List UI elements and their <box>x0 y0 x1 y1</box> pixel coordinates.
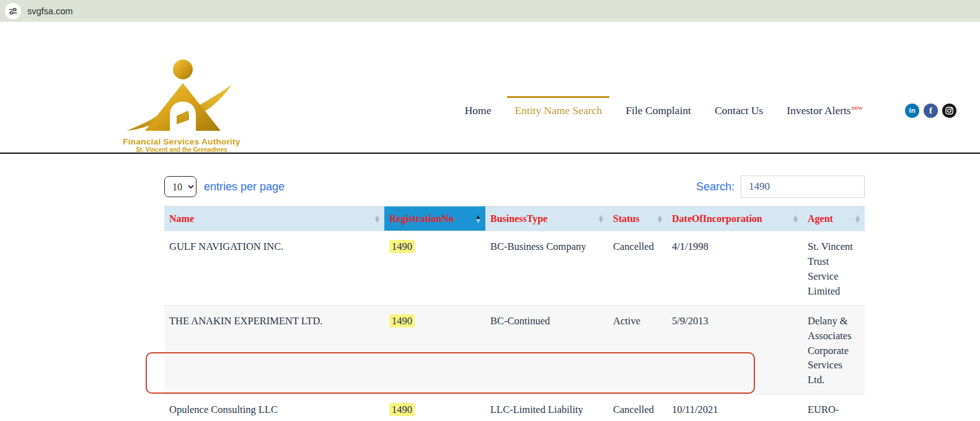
column-header-label: Name <box>169 213 194 224</box>
main-nav: HomeEntity Name SearchFile ComplaintCont… <box>465 91 956 130</box>
cell-businesstype: BC-Continued <box>485 305 608 394</box>
nav-item-label: Entity Name Search <box>514 104 602 117</box>
column-header-label: RegistrationNo <box>389 213 454 224</box>
entries-per-page-select[interactable]: 10 <box>164 176 196 197</box>
results-table: Name▲▼RegistrationNo▲▼BusinessType▲▼Stat… <box>164 206 865 421</box>
sort-arrows-icon: ▲▼ <box>599 215 603 223</box>
cell-dateofincorporation: 5/9/2013 <box>667 305 803 394</box>
cell-agent: Delany & Associates Corporate Services L… <box>803 305 865 394</box>
search-label: Search: <box>696 180 735 193</box>
cell-registrationno: 1490 <box>384 394 485 421</box>
fsa-logo[interactable]: Financial Services Authority St. Vincent… <box>123 56 241 153</box>
column-header-dateofincorporation[interactable]: DateOfIncorporation▲▼ <box>667 206 803 231</box>
table-controls: 10 entries per page Search: <box>164 175 865 198</box>
column-header-registrationno[interactable]: RegistrationNo▲▼ <box>384 206 485 231</box>
cell-name: GULF NAVIGATION INC. <box>164 231 384 306</box>
cell-status: Active <box>608 305 667 394</box>
social-icons: in f <box>905 104 956 118</box>
search-input[interactable] <box>741 175 865 198</box>
sort-arrows-icon: ▲▼ <box>375 215 379 223</box>
cell-registrationno: 1490 <box>384 305 485 394</box>
column-header-agent[interactable]: Agent▲▼ <box>803 206 865 231</box>
table-row: THE ANAKIN EXPERIMENT LTD.1490BC-Continu… <box>164 305 865 394</box>
site-header: Financial Services Authority St. Vincent… <box>0 22 980 154</box>
column-header-label: Status <box>613 213 640 224</box>
search-term-highlight: 1490 <box>389 403 415 416</box>
sort-arrows-icon: ▲▼ <box>793 215 798 223</box>
cell-status: Cancelled <box>608 231 667 306</box>
search-term-highlight: 1490 <box>389 240 415 253</box>
instagram-icon[interactable] <box>942 104 956 118</box>
table-header-row: Name▲▼RegistrationNo▲▼BusinessType▲▼Stat… <box>164 206 865 231</box>
column-header-label: BusinessType <box>490 213 547 224</box>
nav-item-entity-name-search[interactable]: Entity Name Search <box>514 104 602 117</box>
nav-item-label: Home <box>465 104 492 117</box>
results-table-wrap: Name▲▼RegistrationNo▲▼BusinessType▲▼Stat… <box>164 206 865 421</box>
logo-title: Financial Services Authority <box>123 137 241 146</box>
cell-dateofincorporation: 4/1/1998 <box>667 231 803 306</box>
cell-name: THE ANAKIN EXPERIMENT LTD. <box>164 305 384 394</box>
fsa-logo-icon <box>123 56 241 133</box>
table-row-outlined: Opulence Consulting LLC1490LLC-Limited L… <box>164 394 865 421</box>
search-results-section: 10 entries per page Search: Name▲▼Regist… <box>164 175 865 421</box>
cell-registrationno: 1490 <box>384 231 485 306</box>
site-settings-icon[interactable] <box>5 3 21 19</box>
logo-subtitle: St. Vincent and the Grenadines <box>123 146 241 153</box>
entries-per-page-label: entries per page <box>204 180 285 193</box>
cell-status: Cancelled <box>608 394 667 421</box>
column-header-status[interactable]: Status▲▼ <box>608 206 667 231</box>
facebook-icon[interactable]: f <box>924 104 938 118</box>
cell-agent: St. Vincent Trust Service Limited <box>803 231 865 306</box>
linkedin-icon[interactable]: in <box>905 104 919 118</box>
nav-item-label: File Complaint <box>625 104 691 117</box>
new-badge: new <box>852 104 863 111</box>
cell-agent: EURO-CARIBBEAN TRUSTEES LTD. <box>803 394 865 421</box>
table-body: GULF NAVIGATION INC.1490BC-Business Comp… <box>164 231 865 421</box>
column-header-name[interactable]: Name▲▼ <box>164 206 384 231</box>
column-header-businesstype[interactable]: BusinessType▲▼ <box>485 206 608 231</box>
table-row: GULF NAVIGATION INC.1490BC-Business Comp… <box>164 231 865 306</box>
column-header-label: Agent <box>808 213 833 224</box>
cell-name: Opulence Consulting LLC <box>164 394 384 421</box>
nav-item-label: Contact Us <box>715 104 763 117</box>
nav-item-home[interactable]: Home <box>465 104 492 117</box>
nav-item-investor-alerts[interactable]: Investor Alertsnew <box>787 104 863 117</box>
sort-arrows-icon: ▲▼ <box>476 215 480 223</box>
url-text[interactable]: svgfsa.com <box>27 6 73 16</box>
nav-item-file-complaint[interactable]: File Complaint <box>625 104 691 117</box>
browser-address-bar[interactable]: svgfsa.com <box>0 0 980 22</box>
sort-arrows-icon: ▲▼ <box>658 215 662 223</box>
sort-arrows-icon: ▲▼ <box>855 215 860 223</box>
nav-item-contact-us[interactable]: Contact Us <box>715 104 763 117</box>
cell-businesstype: LLC-Limited Liability Company <box>485 394 608 421</box>
column-header-label: DateOfIncorporation <box>672 213 762 224</box>
search-term-highlight: 1490 <box>389 314 415 327</box>
cell-businesstype: BC-Business Company <box>485 231 608 306</box>
nav-item-label: Investor Alerts <box>787 104 851 117</box>
cell-dateofincorporation: 10/11/2021 <box>667 394 803 421</box>
